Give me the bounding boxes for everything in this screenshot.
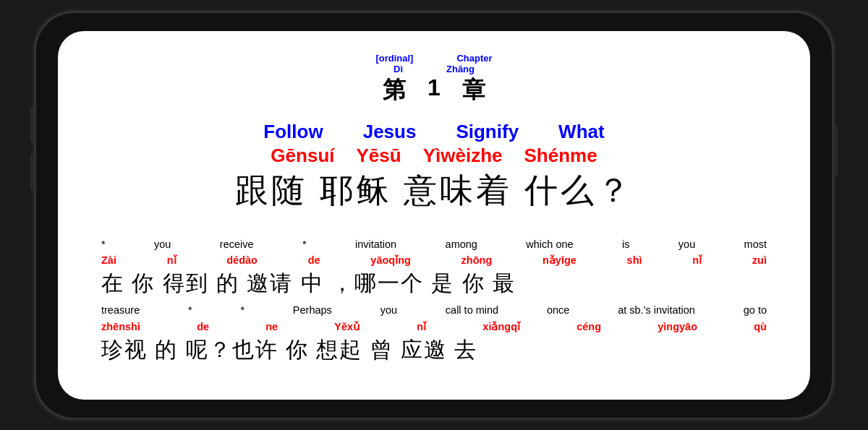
- chapter-label: Chapter: [456, 53, 492, 64]
- v2-py-1: de: [197, 320, 209, 334]
- title-word-py-1: Yēsū: [357, 145, 401, 167]
- v1-en-7: is: [622, 235, 629, 254]
- v1-chinese: 在 你 得到 的 邀请 中 ，哪一个 是 你 最: [101, 267, 767, 299]
- volume-down-button[interactable]: [30, 154, 35, 190]
- title-word-en-1: Jesus: [363, 121, 417, 143]
- v1-py-2: dédào: [226, 254, 258, 267]
- v1-py-1: nǐ: [167, 254, 176, 267]
- verse-2-block: treasure * * Perhaps you call to mind on…: [101, 301, 767, 366]
- v1-py-3: de: [308, 254, 320, 267]
- v1-py-7: shì: [627, 254, 642, 267]
- power-button[interactable]: [833, 125, 838, 176]
- v2-py-5: xiǎngqǐ: [482, 320, 520, 334]
- v1-py-4: yāoqǐng: [370, 254, 411, 267]
- title-section: Follow Jesus Signify What Gēnsuí Yēsū Yì…: [101, 121, 767, 213]
- title-chinese: 跟随 耶稣 意味着 什么？: [101, 168, 767, 213]
- verse-1-block: * you receive * invitation among which o…: [101, 235, 767, 300]
- pinyin-ordinal: Dì: [393, 64, 403, 74]
- title-word-en-3: What: [558, 121, 605, 143]
- v1-en-6: which one: [526, 235, 573, 254]
- v1-py-6: nǎyīge: [542, 254, 576, 267]
- v1-en-1: you: [154, 235, 171, 254]
- title-word-py-2: Yìwèizhe: [423, 145, 503, 167]
- v2-en-1: *: [188, 301, 192, 319]
- v1-py-5: zhōng: [461, 254, 493, 267]
- ordinal-label: [ordinal]: [375, 53, 413, 64]
- v2-en-2: *: [240, 301, 244, 319]
- v1-en-8: you: [678, 235, 695, 254]
- v2-en-8: go to: [744, 301, 767, 319]
- title-word-en-0: Follow: [263, 121, 323, 143]
- volume-up-button[interactable]: [30, 107, 35, 143]
- v1-en-9: most: [744, 235, 767, 254]
- v2-py-2: ne: [265, 320, 278, 334]
- v2-en-0: treasure: [101, 301, 140, 319]
- v2-en-3: Perhaps: [293, 301, 332, 319]
- chinese-di: 第: [383, 74, 406, 106]
- v2-en-4: you: [380, 301, 397, 319]
- v2-en-7: at sb.'s invitation: [618, 301, 695, 319]
- v2-py-8: qù: [754, 320, 767, 334]
- phone-frame: [ordinal] Chapter Dì Zhāng 第 1 章 Follow: [36, 13, 832, 418]
- v1-en-3: *: [302, 235, 307, 254]
- content-area: [ordinal] Chapter Dì Zhāng 第 1 章 Follow: [58, 31, 810, 400]
- v1-py-8: nǐ: [692, 254, 702, 267]
- v1-en-0: *: [101, 235, 106, 254]
- v2-py-3: Yěxǔ: [334, 320, 360, 334]
- v2-py-0: zhēnshì: [101, 320, 140, 334]
- v2-chinese: 珍视 的 呢？也许 你 想起 曾 应邀 去: [101, 333, 767, 366]
- title-word-en-2: Signify: [456, 121, 519, 143]
- chinese-num: 1: [427, 74, 441, 106]
- v2-py-4: nǐ: [417, 320, 426, 334]
- v1-en-5: among: [446, 235, 477, 254]
- phone-screen: [ordinal] Chapter Dì Zhāng 第 1 章 Follow: [58, 31, 810, 400]
- title-word-py-0: Gēnsuí: [271, 145, 334, 167]
- v2-py-6: céng: [576, 320, 601, 334]
- v2-en-5: call to mind: [446, 301, 498, 319]
- v2-en-6: once: [547, 301, 569, 319]
- title-word-py-3: Shénme: [524, 145, 597, 167]
- v1-py-0: Zài: [101, 254, 116, 267]
- chinese-zhang: 章: [462, 74, 485, 106]
- v1-py-9: zuì: [752, 254, 767, 267]
- v1-en-2: receive: [220, 235, 254, 254]
- pinyin-chapter: Zhāng: [446, 64, 475, 74]
- chapter-header: [ordinal] Chapter Dì Zhāng 第 1 章: [101, 53, 767, 106]
- v1-en-4: invitation: [355, 235, 396, 254]
- v2-py-7: yìngyāo: [658, 320, 697, 334]
